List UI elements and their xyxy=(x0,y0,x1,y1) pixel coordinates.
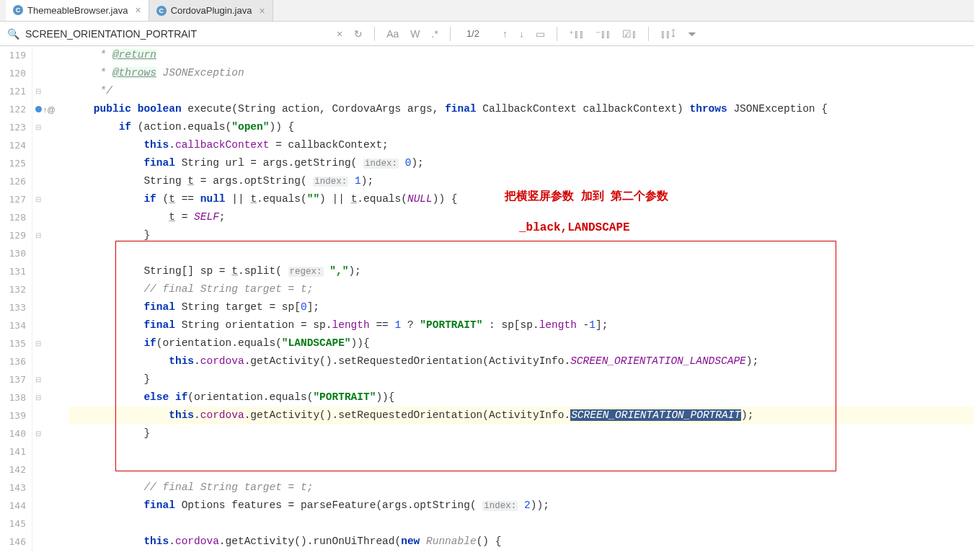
close-icon[interactable]: × xyxy=(135,4,141,16)
line-number: 122 xyxy=(0,100,32,118)
whole-word-button[interactable]: W xyxy=(407,27,422,41)
fold-icon[interactable]: ⊟ xyxy=(35,195,41,203)
fold-icon[interactable]: ⊟ xyxy=(35,339,41,347)
line-number: 120 xyxy=(0,64,32,82)
line-number: 146 xyxy=(0,533,32,551)
line-number: 124 xyxy=(0,136,32,154)
line-number: 133 xyxy=(0,298,32,316)
line-number: 129 xyxy=(0,226,32,244)
override-gutter-icon[interactable] xyxy=(35,106,42,112)
line-number: 130 xyxy=(0,244,32,262)
next-match-icon[interactable]: ↓ xyxy=(516,27,527,41)
fold-icon[interactable]: ⊟ xyxy=(35,87,41,95)
tab-label: ThemeableBrowser.java xyxy=(27,5,128,16)
line-number: 134 xyxy=(0,316,32,334)
match-case-button[interactable]: Aa xyxy=(384,27,402,41)
prev-match-icon[interactable]: ↑ xyxy=(500,27,510,41)
remove-selection-icon[interactable]: ⁻⫿⫿ xyxy=(593,27,614,41)
java-class-icon: C xyxy=(13,5,23,15)
match-count: 1/2 xyxy=(466,28,479,39)
line-number: 145 xyxy=(0,515,32,533)
code-area[interactable]: * @return * @throws JSONException */ pub… xyxy=(68,46,974,560)
editor-tabs: C ThemeableBrowser.java × C CordovaPlugi… xyxy=(0,0,974,22)
line-number: 138 xyxy=(0,388,32,406)
line-number: 127 xyxy=(0,190,32,208)
line-number: 131 xyxy=(0,262,32,280)
gutter: 119 120 121⊟ 122↑@ 123⊟ 124 125 126 127⊟… xyxy=(0,46,68,560)
clear-search-icon[interactable]: × xyxy=(334,27,345,41)
line-number: 125 xyxy=(0,154,32,172)
fold-icon[interactable]: ⊟ xyxy=(35,231,41,239)
filter-icon[interactable]: ⏷ xyxy=(684,27,700,41)
line-number: 119 xyxy=(0,46,32,64)
fold-icon[interactable]: ⊟ xyxy=(35,375,41,383)
history-icon[interactable]: ↻ xyxy=(351,27,366,41)
java-class-icon: C xyxy=(156,6,167,16)
search-match-selected: SCREEN_ORIENTATION_PORTRAIT xyxy=(570,409,741,421)
line-number: 144 xyxy=(0,497,32,515)
line-number: 128 xyxy=(0,208,32,226)
tab-themeable-browser[interactable]: C ThemeableBrowser.java × xyxy=(6,0,149,21)
line-number: 140 xyxy=(0,425,32,443)
tab-cordova-plugin[interactable]: C CordovaPlugin.java × xyxy=(149,0,273,21)
select-all-icon[interactable]: ☑⫿ xyxy=(619,27,639,41)
line-number: 132 xyxy=(0,280,32,298)
find-bar: 🔍 × ↻ Aa W .* 1/2 ↑ ↓ ▭ ⁺⫿⫿ ⁻⫿⫿ ☑⫿ ⫿⫿↧ ⏷ xyxy=(0,22,974,46)
line-number: 126 xyxy=(0,172,32,190)
line-number: 135 xyxy=(0,334,32,352)
line-number: 139 xyxy=(0,406,32,425)
code-editor[interactable]: 119 120 121⊟ 122↑@ 123⊟ 124 125 126 127⊟… xyxy=(0,46,974,560)
fold-icon[interactable]: ⊟ xyxy=(35,394,41,401)
line-number: 142 xyxy=(0,461,32,479)
line-number: 143 xyxy=(0,479,32,497)
fold-icon[interactable]: ⊟ xyxy=(35,430,41,437)
select-in-window-icon[interactable]: ▭ xyxy=(533,27,548,41)
add-selection-icon[interactable]: ⁺⫿⫿ xyxy=(566,27,587,41)
line-number: 137 xyxy=(0,370,32,388)
search-icon: 🔍 xyxy=(7,28,19,40)
search-input[interactable] xyxy=(25,28,328,40)
line-number: 121 xyxy=(0,82,32,100)
fold-icon[interactable]: ⊟ xyxy=(35,123,41,131)
at-icon: ↑@ xyxy=(43,105,56,114)
line-number: 141 xyxy=(0,443,32,461)
export-results-icon[interactable]: ⫿⫿↧ xyxy=(658,27,678,41)
line-number: 136 xyxy=(0,352,32,370)
regex-button[interactable]: .* xyxy=(429,27,441,41)
line-number: 123 xyxy=(0,118,32,136)
tab-label: CordovaPlugin.java xyxy=(171,5,252,16)
close-icon[interactable]: × xyxy=(259,5,265,17)
